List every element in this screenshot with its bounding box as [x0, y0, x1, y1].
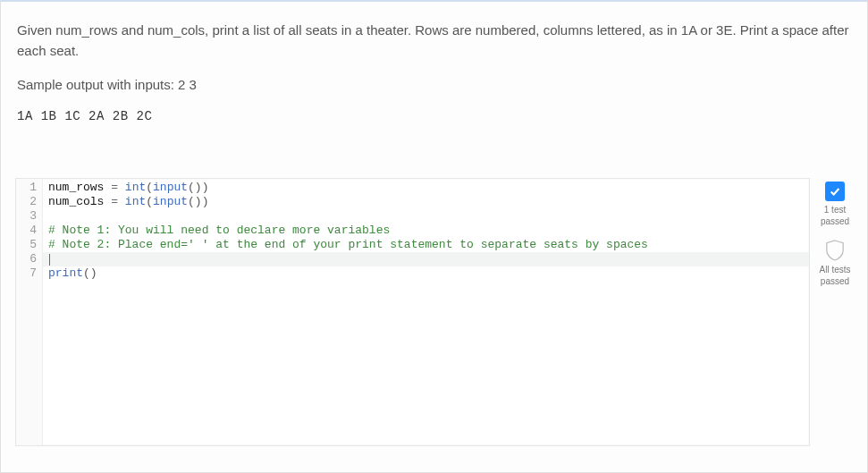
line-number: 1 [16, 181, 37, 195]
code-line[interactable]: num_cols = int(input()) [48, 195, 809, 209]
line-number: 7 [16, 266, 37, 281]
status-one-test: 1 test passed [815, 182, 855, 227]
line-number: 5 [16, 238, 37, 252]
code-line[interactable] [48, 209, 809, 224]
code-line[interactable]: num_rows = int(input()) [48, 181, 809, 195]
problem-statement: Given num_rows and num_cols, print a lis… [1, 2, 867, 148]
check-icon [825, 182, 845, 201]
sample-output: 1A 1B 1C 2A 2B 2C [17, 107, 851, 127]
status-label: 1 test passed [821, 205, 849, 227]
status-label: All tests passed [819, 265, 850, 287]
shield-icon [825, 240, 845, 261]
code-line-active[interactable] [43, 252, 809, 266]
sample-intro: Sample output with inputs: 2 3 [17, 74, 851, 95]
work-area: 1 2 3 4 5 6 7 num_rows = int(input()) nu… [1, 178, 867, 453]
panel: Given num_rows and num_cols, print a lis… [0, 0, 868, 473]
test-status-sidebar: 1 test passed All tests passed [810, 178, 860, 446]
line-number: 6 [16, 252, 37, 266]
code-line[interactable]: # Note 1: You will need to declare more … [48, 224, 809, 238]
text-cursor [49, 254, 50, 266]
problem-text: Given num_rows and num_cols, print a lis… [17, 20, 851, 62]
code-editor[interactable]: 1 2 3 4 5 6 7 num_rows = int(input()) nu… [15, 178, 810, 446]
line-number-gutter: 1 2 3 4 5 6 7 [16, 179, 43, 445]
code-line[interactable]: # Note 2: Place end=' ' at the end of yo… [48, 238, 809, 252]
code-content[interactable]: num_rows = int(input()) num_cols = int(i… [43, 179, 809, 281]
line-number: 4 [16, 224, 37, 238]
code-line[interactable]: print() [48, 266, 809, 281]
line-number: 3 [16, 209, 37, 224]
line-number: 2 [16, 195, 37, 209]
status-all-tests: All tests passed [815, 240, 855, 287]
